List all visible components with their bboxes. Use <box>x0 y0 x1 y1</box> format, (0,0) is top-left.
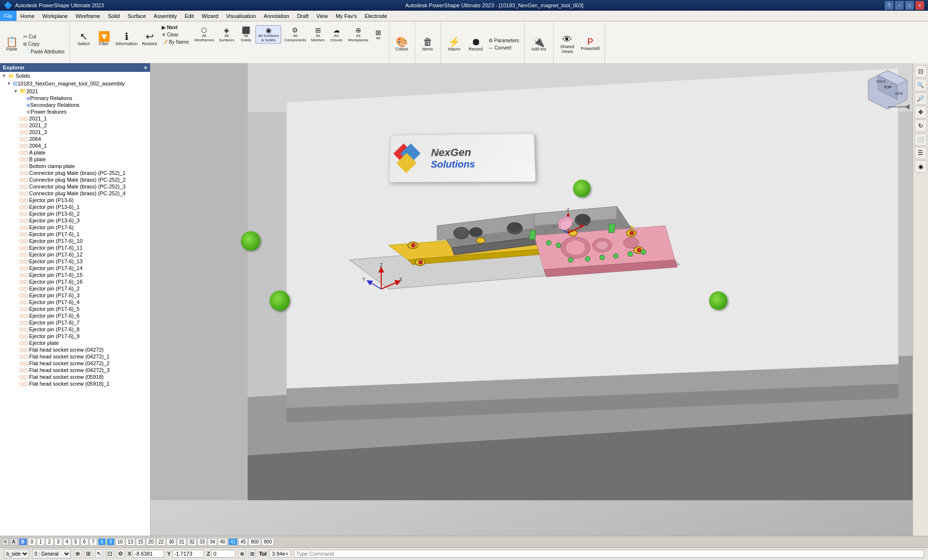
tree-item[interactable]: ⬡⬡ Ejector pin (P17-6)_7 <box>0 319 150 326</box>
num-13[interactable]: 13 <box>126 538 135 545</box>
all-button[interactable]: ⊠ All <box>371 25 385 44</box>
menu-myfavs[interactable]: My Fav's <box>332 11 361 21</box>
help-button[interactable]: ? <box>885 1 894 10</box>
tree-item[interactable]: ⬡⬡ Flat head socket screw (04272)_3 <box>0 367 150 373</box>
tree-item[interactable]: ⬡⬡ Flat head socket screw (04272) <box>0 346 150 353</box>
record-button[interactable]: ⏺ Record <box>466 30 486 59</box>
tree-item[interactable]: ⬡⬡ Ejector pin (P17-6)_1 <box>0 231 150 238</box>
paste-button[interactable]: 📋 Paste <box>3 30 20 59</box>
tree-item[interactable]: ⊛ Primary Relations <box>0 95 150 102</box>
num-32[interactable]: 32 <box>187 538 197 545</box>
tree-item[interactable]: ⬡⬡ Ejector plate <box>0 339 150 346</box>
convert-button[interactable]: ↔ Convert <box>487 45 521 51</box>
tree-item[interactable]: ▼ ⊞ 10183_NexGen_magnet_tool_002_assembl… <box>0 80 150 87</box>
close-button[interactable]: × <box>915 1 924 10</box>
macro-button[interactable]: ⚡ Macro <box>444 30 465 59</box>
tree-item[interactable]: ⬡⬡ Flat head socket screw (04272)_1 <box>0 353 150 360</box>
num-800[interactable]: 800 <box>249 538 261 545</box>
num-6[interactable]: 6 <box>81 538 88 545</box>
all-meshes-button[interactable]: ⊞ AllMeshes <box>309 25 327 44</box>
all-surfaces-button[interactable]: ◈ AllSurfaces <box>217 25 236 44</box>
minimize-button[interactable]: − <box>895 1 904 10</box>
expand-icon[interactable]: ▼ <box>7 81 13 86</box>
explorer-close[interactable]: × <box>144 65 147 70</box>
tree-item[interactable]: ⬡⬡ Connector plug Male (brass) (PC-252)_… <box>0 183 150 190</box>
zoom-in-button[interactable]: 🔍 <box>914 79 927 91</box>
view-options-button[interactable]: ☰ <box>914 147 927 159</box>
tree-item[interactable]: ⬡⬡ Ejector pin (P17-6)_4 <box>0 299 150 305</box>
tree-item[interactable]: ⬡⬡ Ejector pin (P17-6)_6 <box>0 312 150 319</box>
tree-item[interactable]: ⊛ Secondary Relations <box>0 102 150 108</box>
tree-item[interactable]: ⬡⬡ Ejector pin (P13-6)_3 <box>0 217 150 224</box>
num-1[interactable]: 1 <box>37 538 45 545</box>
tree-item[interactable]: ⬡⬡ Ejector pin (P13-6)_2 <box>0 210 150 217</box>
tree-item[interactable]: ⬡⬡ Ejector pin (P13-6)_1 <box>0 204 150 210</box>
num-5[interactable]: 5 <box>72 538 80 545</box>
restore-button[interactable]: ↩ Restore <box>140 24 159 53</box>
clear-button[interactable]: ✕ Clear <box>160 32 191 38</box>
tree-item[interactable]: ⬡⬡ Ejector pin (P17-6)_13 <box>0 258 150 265</box>
tree-item[interactable]: ⬡⬡ Ejector pin (P17-6)_11 <box>0 244 150 251</box>
num-22[interactable]: 22 <box>156 538 166 545</box>
num-2[interactable]: 2 <box>46 538 53 545</box>
num-41[interactable]: 41 <box>228 538 237 545</box>
menu-assembly[interactable]: Assembly <box>150 11 181 21</box>
maximize-button[interactable]: □ <box>905 1 914 10</box>
tree-item[interactable]: ⬡⬡ Connector plug Male (brass) (PC-252)_… <box>0 190 150 197</box>
tree-item[interactable]: ⬡⬡ A plate <box>0 149 150 156</box>
tree-item[interactable]: ⬡⬡ 2064 <box>0 136 150 142</box>
tree-item[interactable]: ⬡⬡ Flat head socket screw (05918) <box>0 373 150 380</box>
menu-annotation[interactable]: Annotation <box>260 11 293 21</box>
items-button[interactable]: 🗑 Items <box>418 30 438 59</box>
tree-item[interactable]: ⬡⬡ Ejector pin (P17-6)_10 <box>0 238 150 244</box>
tree-item[interactable]: ⬡⬡ Ejector pin (P17-6)_16 <box>0 278 150 285</box>
num-900[interactable]: 900 <box>262 538 274 545</box>
coord-y-input[interactable] <box>172 550 204 558</box>
tree-item[interactable]: ⬡⬡ Ejector pin (P13-6) <box>0 197 150 204</box>
workplane-selector[interactable]: b_side <box>4 549 29 559</box>
coord-x-input[interactable] <box>133 550 164 558</box>
menu-solid[interactable]: Solid <box>104 11 123 21</box>
num-40[interactable]: 40 <box>218 538 227 545</box>
menu-wireframe[interactable]: Wireframe <box>71 11 104 21</box>
colour-button[interactable]: 🎨 Colour <box>392 30 412 59</box>
command-input[interactable] <box>294 550 924 558</box>
coord-icon-2[interactable]: ⊞ <box>249 550 256 558</box>
coord-icon-1[interactable]: ⊕ <box>238 550 246 558</box>
tree-item[interactable]: ⬡⬡ 2021_2 <box>0 122 150 129</box>
next-button[interactable]: ▶ Next <box>160 24 191 31</box>
shading-button[interactable]: ◉ <box>914 160 927 173</box>
tree-item[interactable]: ⚙ Power features <box>0 108 150 115</box>
information-button[interactable]: ℹ Information <box>114 24 139 53</box>
num-7[interactable]: 7 <box>89 538 97 545</box>
num-10[interactable]: 10 <box>116 538 125 545</box>
general-selector[interactable]: 0 : General <box>32 549 71 559</box>
num-0[interactable]: 0 <box>28 538 36 545</box>
addins-button[interactable]: 🔌 Add-Ins <box>529 30 549 59</box>
status-close[interactable]: × <box>2 538 9 545</box>
filter-button[interactable]: 🔽 Filter <box>95 24 113 53</box>
menu-wizard[interactable]: Wizard <box>198 11 222 21</box>
expand-icon[interactable]: ▼ <box>2 73 8 78</box>
menu-surface[interactable]: Surface <box>124 11 150 21</box>
tree-item[interactable]: ⬡⬡ Ejector pin (P17-6)_8 <box>0 326 150 333</box>
rotate-button[interactable]: ↻ <box>914 119 927 132</box>
tree-item[interactable]: ⬡⬡ Connector plug Male (brass) (PC-252)_… <box>0 176 150 183</box>
all-surfaces-solids-button[interactable]: ◉ All Surfaces& Solids <box>255 25 281 44</box>
all-workplanes-button[interactable]: ⊕ AllWorkplanes <box>346 25 371 44</box>
align-icon[interactable]: ⊡ <box>106 549 114 558</box>
num-31[interactable]: 31 <box>177 538 186 545</box>
menu-file[interactable]: File <box>0 11 17 21</box>
menu-view[interactable]: View <box>313 11 332 21</box>
tree-item[interactable]: ⬡⬡ B plate <box>0 156 150 163</box>
menu-draft[interactable]: Draft <box>293 11 313 21</box>
all-clouds-button[interactable]: ☁ AllClouds <box>328 25 345 44</box>
num-8[interactable]: 8 <box>98 538 106 545</box>
select-button[interactable]: ↖ Select <box>73 24 94 53</box>
parameters-button[interactable]: ⚙ Parameters <box>487 37 521 44</box>
shared-views-button[interactable]: 👁 SharedViews <box>557 30 578 59</box>
menu-edit[interactable]: Edit <box>181 11 198 21</box>
tree-item[interactable]: ⬡⬡ Ejector pin (P17-6)_15 <box>0 272 150 278</box>
nav-cube-svg[interactable]: TOP BACK SIDE <box>866 68 910 112</box>
tree-item[interactable]: ⬡⬡ Ejector pin (P17-6) <box>0 224 150 231</box>
